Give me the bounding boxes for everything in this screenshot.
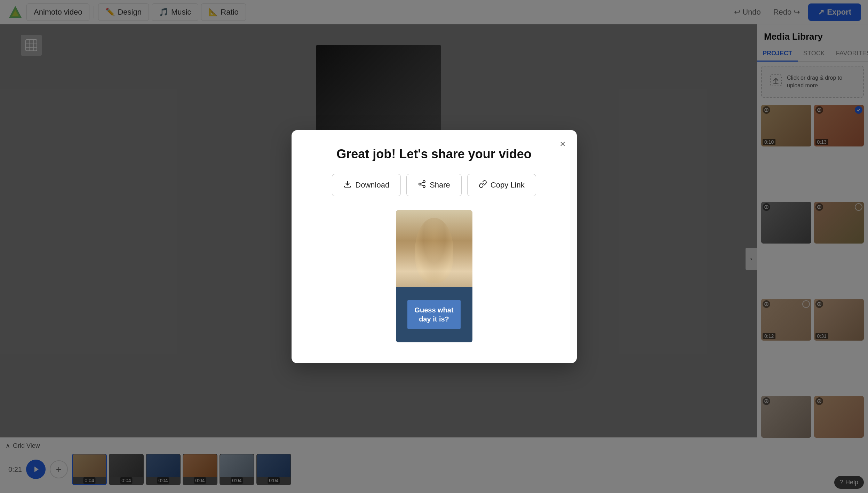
download-button[interactable]: Download bbox=[332, 174, 401, 196]
modal-title: Great job! Let's share your video bbox=[308, 147, 560, 161]
svg-point-26 bbox=[423, 181, 425, 183]
share-icon bbox=[418, 180, 426, 190]
svg-point-27 bbox=[419, 183, 421, 185]
modal-close-button[interactable]: × bbox=[556, 137, 570, 151]
svg-point-28 bbox=[423, 185, 425, 188]
copy-link-label: Copy Link bbox=[491, 181, 525, 190]
close-icon: × bbox=[560, 138, 565, 150]
svg-line-30 bbox=[421, 182, 423, 183]
preview-top bbox=[396, 210, 472, 287]
preview-text-box: Guess what day it is? bbox=[407, 300, 460, 329]
share-modal: × Great job! Let's share your video Down… bbox=[292, 130, 577, 363]
share-button[interactable]: Share bbox=[406, 174, 462, 196]
preview-text: Guess what day it is? bbox=[414, 305, 453, 324]
modal-actions: Download Share Copy Link bbox=[308, 174, 560, 196]
preview-person-image bbox=[396, 210, 472, 287]
preview-bottom: Guess what day it is? bbox=[396, 287, 472, 342]
copy-link-button[interactable]: Copy Link bbox=[467, 174, 536, 196]
modal-video-preview: Guess what day it is? bbox=[308, 210, 560, 342]
download-label: Download bbox=[355, 181, 389, 190]
link-icon bbox=[479, 180, 487, 190]
download-icon bbox=[343, 180, 352, 190]
preview-container: Guess what day it is? bbox=[396, 210, 472, 342]
share-label: Share bbox=[430, 181, 450, 190]
modal-overlay[interactable]: × Great job! Let's share your video Down… bbox=[0, 0, 868, 493]
svg-line-29 bbox=[421, 184, 423, 186]
